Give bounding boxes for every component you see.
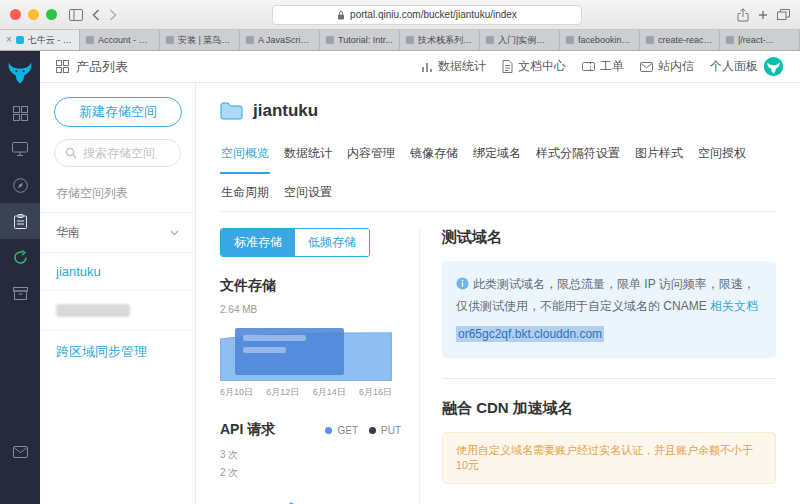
doc-center-link[interactable]: 文档中心 (502, 58, 566, 75)
browser-tab[interactable]: 技术栈系列教... (400, 30, 480, 50)
rail-overview-icon[interactable] (0, 95, 40, 131)
personal-panel-icon (763, 56, 784, 77)
info-icon (456, 277, 469, 290)
tab-space-authorization[interactable]: 空间授权 (697, 135, 747, 174)
tab-data-statistics[interactable]: 数据统计 (283, 135, 333, 174)
app-right-pane: 产品列表 数据统计 文档中心 (40, 51, 800, 504)
tab-close-icon[interactable]: × (6, 35, 12, 45)
api-requests-chart[interactable] (220, 492, 392, 504)
rail-storage-icon[interactable] (0, 203, 40, 239)
tab-content-management[interactable]: 内容管理 (346, 135, 396, 174)
fullscreen-window-button[interactable] (46, 9, 57, 20)
api-y-label-2: 2 次 (220, 466, 401, 480)
new-bucket-button[interactable]: 新建存储空间 (54, 97, 182, 127)
rail-sync-icon[interactable] (0, 239, 40, 275)
tab-favicon (406, 36, 414, 44)
app-body: 新建存储空间 存储空间列表 华南 jiantuku (40, 83, 800, 504)
tab-image-style[interactable]: 图片样式 (634, 135, 684, 174)
new-tab-icon[interactable] (758, 10, 768, 20)
tab-space-settings[interactable]: 空间设置 (283, 174, 333, 211)
tab-favicon (486, 36, 494, 44)
tab-favicon (246, 36, 254, 44)
legend-get-dot (325, 427, 332, 434)
bucket-search[interactable] (54, 139, 181, 167)
browser-titlebar: portal.qiniu.com/bucket/jiantuku/index (0, 0, 800, 30)
tab-mirror-storage[interactable]: 镜像存储 (409, 135, 459, 174)
browser-window: portal.qiniu.com/bucket/jiantuku/index ×… (0, 0, 800, 504)
api-legend[interactable]: GET PUT (321, 425, 401, 436)
browser-tab[interactable]: |/react-... (720, 30, 800, 50)
chart-tooltip (235, 328, 343, 376)
browser-tab[interactable]: 安装 | 菜鸟教程 (160, 30, 240, 50)
share-icon[interactable] (737, 8, 749, 22)
rail-cdn-icon[interactable] (0, 131, 40, 167)
ticket-link[interactable]: 工单 (582, 58, 624, 75)
tab-title: A JavaScript... (258, 35, 313, 45)
region-selector[interactable]: 华南 (40, 213, 195, 253)
mail-icon (640, 62, 653, 72)
qiniu-portal: 产品列表 数据统计 文档中心 (0, 51, 800, 504)
tab-title: 安装 | 菜鸟教程 (178, 34, 233, 47)
tab-style-separator[interactable]: 样式分隔符设置 (535, 135, 621, 174)
product-list-button[interactable]: 产品列表 (56, 58, 128, 76)
rail-message-icon[interactable] (0, 434, 40, 470)
file-storage-chart[interactable] (220, 319, 392, 381)
tab-favicon (566, 36, 574, 44)
browser-tab-strip: × 七牛云 - 空间... Account - Se... 安装 | 菜鸟教程 … (0, 30, 800, 51)
data-statistics-link[interactable]: 数据统计 (421, 58, 486, 75)
test-domain-value[interactable]: or65gc2qf.bkt.clouddn.com (456, 326, 604, 342)
test-domain-title: 测试域名 (442, 228, 776, 247)
back-button[interactable] (92, 9, 100, 21)
rail-archive-icon[interactable] (0, 275, 40, 311)
tab-bind-domain[interactable]: 绑定域名 (472, 135, 522, 174)
storage-type-toggle: 标准存储 低频存储 (220, 228, 370, 257)
low-frequency-storage-button[interactable]: 低频存储 (295, 229, 369, 256)
bucket-tabs: 空间概览 数据统计 内容管理 镜像存储 绑定域名 样式分隔符设置 图片样式 空间… (220, 135, 776, 212)
address-bar[interactable]: portal.qiniu.com/bucket/jiantuku/index (272, 5, 582, 25)
browser-tab[interactable]: Account - Se... (80, 30, 160, 50)
api-requests-title: API 请求 (220, 421, 275, 439)
file-storage-title: 文件存储 (220, 277, 401, 295)
related-docs-link[interactable]: 相关文档 (710, 299, 758, 313)
tab-title: 技术栈系列教... (418, 34, 473, 47)
personal-panel-link[interactable]: 个人面板 (710, 56, 784, 77)
browser-tab[interactable]: facebookinc... (560, 30, 640, 50)
tab-favicon (326, 36, 334, 44)
legend-put-dot (369, 427, 376, 434)
browser-tab[interactable]: create-react... (640, 30, 720, 50)
window-controls (10, 9, 57, 20)
product-list-label: 产品列表 (76, 58, 128, 76)
tab-lifecycle[interactable]: 生命周期 (220, 174, 270, 211)
cross-region-sync-link[interactable]: 跨区域同步管理 (40, 330, 195, 373)
tab-title: Tutorial: Intr... (338, 35, 393, 45)
bucket-item-jiantuku[interactable]: jiantuku (40, 253, 195, 291)
bucket-sidebar: 新建存储空间 存储空间列表 华南 jiantuku (40, 83, 196, 504)
standard-storage-button[interactable]: 标准存储 (221, 229, 295, 256)
bucket-search-input[interactable] (83, 146, 173, 160)
minimize-window-button[interactable] (28, 9, 39, 20)
overview-charts-column: 标准存储 低频存储 文件存储 2.64 MB 6月10日 (220, 228, 420, 504)
browser-tab[interactable]: A JavaScript... (240, 30, 320, 50)
tab-favicon (726, 36, 734, 44)
tab-favicon (646, 36, 654, 44)
sidebar-toggle-icon[interactable] (69, 9, 83, 21)
cdn-warning: 使用自定义域名需要账户经过实名认证，并且账户余额不小于10元 (442, 432, 776, 484)
browser-tab[interactable]: Tutorial: Intr... (320, 30, 400, 50)
grid-icon (56, 60, 69, 73)
bar-chart-icon (421, 61, 433, 73)
tab-overview-icon[interactable] (777, 9, 790, 20)
app-header: 产品列表 数据统计 文档中心 (40, 51, 800, 83)
api-y-label-3: 3 次 (220, 448, 401, 462)
bucket-item-redacted[interactable] (56, 304, 130, 317)
inbox-link[interactable]: 站内信 (640, 58, 694, 75)
close-window-button[interactable] (10, 9, 21, 20)
tab-space-overview[interactable]: 空间概览 (220, 135, 270, 174)
chevron-down-icon (170, 230, 179, 236)
browser-tab[interactable]: × 七牛云 - 空间... (0, 30, 80, 50)
forward-button[interactable] (109, 9, 117, 21)
qiniu-logo[interactable] (0, 51, 40, 95)
browser-tab[interactable]: 入门|实例教程... (480, 30, 560, 50)
rail-dashboard-icon[interactable] (0, 167, 40, 203)
tab-favicon (166, 36, 174, 44)
product-rail (0, 51, 40, 504)
